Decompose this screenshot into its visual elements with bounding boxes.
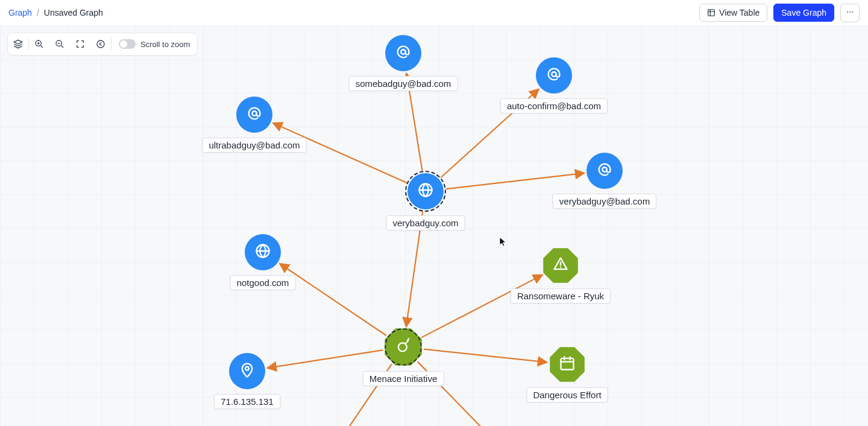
- node-label: Ransomeware - Ryuk: [511, 288, 611, 304]
- globe-icon: [417, 182, 434, 201]
- svg-point-15: [245, 367, 249, 370]
- view-table-label: View Table: [719, 8, 760, 17]
- zoom-in-icon: [34, 39, 44, 49]
- ellipsis-icon: [846, 8, 854, 16]
- graph-edge: [273, 123, 407, 183]
- graph-edge: [280, 264, 386, 335]
- table-icon: [707, 8, 715, 17]
- at-icon: [246, 105, 263, 124]
- switch-control[interactable]: [119, 39, 136, 49]
- zoom-out-button[interactable]: [49, 33, 70, 55]
- save-graph-label: Save Graph: [781, 8, 826, 17]
- svg-point-1: [847, 11, 848, 13]
- layers-icon: [13, 39, 23, 49]
- graph-edge: [446, 173, 584, 189]
- node-label: 71.6.135.131: [214, 394, 280, 409]
- node-label: Menace Initiative: [363, 371, 444, 386]
- calendar-icon: [559, 355, 576, 374]
- svg-point-12: [420, 184, 432, 197]
- node-label: auto-confirm@bad.com: [500, 98, 608, 113]
- node-label: verybadguy@bad.com: [553, 194, 656, 209]
- graph-node[interactable]: [549, 346, 585, 383]
- globe-icon: [254, 243, 271, 262]
- rewind-icon: [96, 39, 105, 49]
- svg-point-3: [852, 11, 853, 13]
- scroll-zoom-label: Scroll to zoom: [140, 40, 190, 49]
- at-icon: [395, 43, 412, 63]
- save-graph-button[interactable]: Save Graph: [773, 4, 834, 22]
- zoom-out-icon: [55, 39, 64, 49]
- svg-rect-16: [561, 358, 574, 370]
- graph-node[interactable]: [542, 247, 579, 284]
- node-label: Dangerous Effort: [526, 387, 608, 402]
- breadcrumb-root-link[interactable]: Graph: [8, 8, 32, 17]
- at-icon: [546, 66, 562, 85]
- graph-node[interactable]: [536, 57, 572, 94]
- graph-node[interactable]: [587, 153, 623, 189]
- node-label: notgood.com: [230, 275, 296, 290]
- breadcrumb: Graph / Unsaved Graph: [8, 8, 103, 17]
- breadcrumb-separator: /: [37, 8, 39, 17]
- reset-button[interactable]: [90, 33, 111, 55]
- graph-edge: [421, 275, 542, 338]
- graph-node[interactable]: [236, 97, 272, 133]
- node-label: somebadguy@bad.com: [349, 76, 458, 91]
- graph-canvas[interactable]: Scroll to zoom somebadguy@bad.comauto-co…: [0, 25, 868, 426]
- scroll-zoom-toggle[interactable]: Scroll to zoom: [112, 39, 197, 49]
- top-right-actions: View Table Save Graph: [699, 4, 860, 22]
- pin-icon: [239, 361, 256, 381]
- layers-button[interactable]: [8, 33, 28, 55]
- svg-marker-4: [14, 40, 22, 44]
- fit-screen-button[interactable]: [70, 33, 90, 55]
- mouse-cursor: [499, 237, 508, 247]
- graph-node[interactable]: [245, 234, 281, 270]
- svg-point-2: [849, 11, 851, 13]
- view-table-button[interactable]: View Table: [699, 4, 767, 22]
- graph-node[interactable]: [229, 353, 265, 389]
- svg-rect-0: [708, 10, 715, 16]
- graph-edge: [424, 349, 547, 363]
- at-icon: [596, 161, 613, 180]
- warn-icon: [552, 256, 569, 275]
- node-label: verybadguy.com: [386, 215, 465, 230]
- svg-point-7: [97, 40, 104, 48]
- more-menu-button[interactable]: [840, 4, 860, 22]
- top-bar: Graph / Unsaved Graph View Table Save Gr…: [0, 0, 868, 25]
- canvas-toolbar: Scroll to zoom: [7, 33, 198, 56]
- expand-icon: [75, 39, 85, 49]
- graph-node[interactable]: [385, 35, 421, 71]
- node-label: ultrabadguy@bad.com: [202, 138, 306, 153]
- bomb-icon: [395, 337, 412, 357]
- graph-edge: [268, 350, 383, 368]
- graph-node[interactable]: [406, 172, 445, 211]
- graph-node[interactable]: [384, 328, 423, 366]
- zoom-in-button[interactable]: [29, 33, 49, 55]
- breadcrumb-current: Unsaved Graph: [44, 8, 103, 17]
